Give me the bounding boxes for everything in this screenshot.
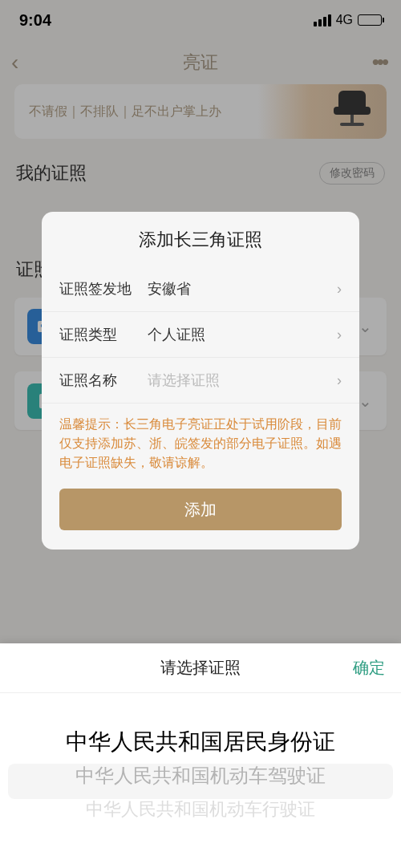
row-label: 证照类型 xyxy=(59,325,148,344)
row-label: 证照签发地 xyxy=(59,279,148,298)
picker-title: 请选择证照 xyxy=(160,657,241,679)
row-cert-name[interactable]: 证照名称 请选择证照 › xyxy=(42,358,359,404)
picker-option[interactable]: 中华人民共和国居民身份证 xyxy=(0,725,401,759)
row-label: 证照名称 xyxy=(59,371,148,390)
add-cert-modal: 添加长三角证照 证照签发地 安徽省 › 证照类型 个人证照 › 证照名称 请选择… xyxy=(42,212,359,550)
chevron-right-icon: › xyxy=(337,372,342,389)
modal-tip: 温馨提示：长三角电子亮证正处于试用阶段，目前仅支持添加苏、浙、皖签发的部分电子证… xyxy=(42,404,359,489)
picker-confirm-button[interactable]: 确定 xyxy=(353,657,385,679)
picker-header: 请选择证照 确定 xyxy=(0,643,401,693)
modal-title: 添加长三角证照 xyxy=(42,228,359,252)
row-placeholder: 请选择证照 xyxy=(148,371,220,390)
row-value: 安徽省 xyxy=(148,279,191,298)
picker-option[interactable]: 中华人民共和国机动车驾驶证 xyxy=(0,759,401,793)
cert-picker: 请选择证照 确定 中华人民共和国居民身份证 中华人民共和国机动车驾驶证 中华人民… xyxy=(0,643,401,868)
chevron-right-icon: › xyxy=(337,327,342,343)
row-issue-place[interactable]: 证照签发地 安徽省 › xyxy=(42,266,359,312)
add-button[interactable]: 添加 xyxy=(59,489,342,530)
picker-option[interactable]: 中华人民共和国机动车行驶证 xyxy=(0,793,401,826)
picker-body[interactable]: 中华人民共和国居民身份证 中华人民共和国机动车驾驶证 中华人民共和国机动车行驶证 xyxy=(0,693,401,868)
row-value: 个人证照 xyxy=(148,325,205,344)
row-cert-type[interactable]: 证照类型 个人证照 › xyxy=(42,312,359,358)
chevron-right-icon: › xyxy=(337,281,342,298)
